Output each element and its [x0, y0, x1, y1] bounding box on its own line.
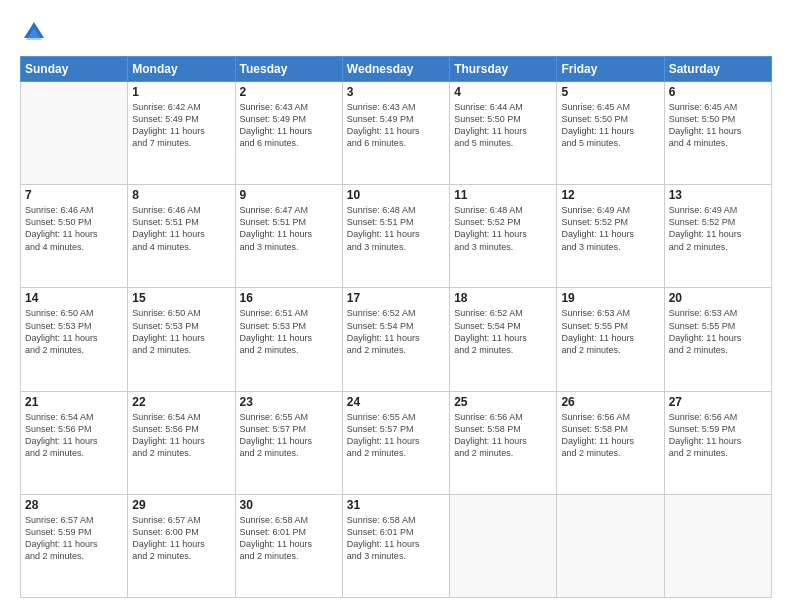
day-info: Sunrise: 6:45 AM Sunset: 5:50 PM Dayligh… [669, 101, 767, 150]
calendar-cell: 7Sunrise: 6:46 AM Sunset: 5:50 PM Daylig… [21, 185, 128, 288]
weekday-header-sunday: Sunday [21, 57, 128, 82]
calendar-week-2: 7Sunrise: 6:46 AM Sunset: 5:50 PM Daylig… [21, 185, 772, 288]
day-number: 5 [561, 85, 659, 99]
calendar-cell: 6Sunrise: 6:45 AM Sunset: 5:50 PM Daylig… [664, 82, 771, 185]
day-info: Sunrise: 6:49 AM Sunset: 5:52 PM Dayligh… [669, 204, 767, 253]
calendar-cell [21, 82, 128, 185]
day-info: Sunrise: 6:48 AM Sunset: 5:52 PM Dayligh… [454, 204, 552, 253]
day-number: 28 [25, 498, 123, 512]
day-info: Sunrise: 6:50 AM Sunset: 5:53 PM Dayligh… [132, 307, 230, 356]
calendar-cell: 2Sunrise: 6:43 AM Sunset: 5:49 PM Daylig… [235, 82, 342, 185]
weekday-header-wednesday: Wednesday [342, 57, 449, 82]
calendar-cell: 16Sunrise: 6:51 AM Sunset: 5:53 PM Dayli… [235, 288, 342, 391]
header [20, 18, 772, 46]
day-info: Sunrise: 6:46 AM Sunset: 5:51 PM Dayligh… [132, 204, 230, 253]
day-info: Sunrise: 6:46 AM Sunset: 5:50 PM Dayligh… [25, 204, 123, 253]
day-number: 3 [347, 85, 445, 99]
calendar-cell: 12Sunrise: 6:49 AM Sunset: 5:52 PM Dayli… [557, 185, 664, 288]
weekday-header-saturday: Saturday [664, 57, 771, 82]
calendar-cell: 13Sunrise: 6:49 AM Sunset: 5:52 PM Dayli… [664, 185, 771, 288]
calendar-cell: 18Sunrise: 6:52 AM Sunset: 5:54 PM Dayli… [450, 288, 557, 391]
day-info: Sunrise: 6:43 AM Sunset: 5:49 PM Dayligh… [347, 101, 445, 150]
day-info: Sunrise: 6:55 AM Sunset: 5:57 PM Dayligh… [240, 411, 338, 460]
day-number: 17 [347, 291, 445, 305]
day-info: Sunrise: 6:48 AM Sunset: 5:51 PM Dayligh… [347, 204, 445, 253]
day-info: Sunrise: 6:52 AM Sunset: 5:54 PM Dayligh… [347, 307, 445, 356]
weekday-header-row: SundayMondayTuesdayWednesdayThursdayFrid… [21, 57, 772, 82]
day-number: 30 [240, 498, 338, 512]
day-number: 11 [454, 188, 552, 202]
day-number: 13 [669, 188, 767, 202]
calendar-cell: 8Sunrise: 6:46 AM Sunset: 5:51 PM Daylig… [128, 185, 235, 288]
day-number: 9 [240, 188, 338, 202]
day-number: 19 [561, 291, 659, 305]
day-info: Sunrise: 6:54 AM Sunset: 5:56 PM Dayligh… [132, 411, 230, 460]
day-number: 2 [240, 85, 338, 99]
day-info: Sunrise: 6:47 AM Sunset: 5:51 PM Dayligh… [240, 204, 338, 253]
calendar-cell: 22Sunrise: 6:54 AM Sunset: 5:56 PM Dayli… [128, 391, 235, 494]
calendar-cell: 30Sunrise: 6:58 AM Sunset: 6:01 PM Dayli… [235, 494, 342, 597]
day-info: Sunrise: 6:51 AM Sunset: 5:53 PM Dayligh… [240, 307, 338, 356]
day-info: Sunrise: 6:58 AM Sunset: 6:01 PM Dayligh… [240, 514, 338, 563]
weekday-header-thursday: Thursday [450, 57, 557, 82]
day-number: 6 [669, 85, 767, 99]
page: SundayMondayTuesdayWednesdayThursdayFrid… [0, 0, 792, 612]
calendar-cell [664, 494, 771, 597]
calendar-cell: 26Sunrise: 6:56 AM Sunset: 5:58 PM Dayli… [557, 391, 664, 494]
weekday-header-monday: Monday [128, 57, 235, 82]
calendar-cell: 28Sunrise: 6:57 AM Sunset: 5:59 PM Dayli… [21, 494, 128, 597]
day-number: 15 [132, 291, 230, 305]
day-info: Sunrise: 6:56 AM Sunset: 5:58 PM Dayligh… [561, 411, 659, 460]
day-number: 25 [454, 395, 552, 409]
day-number: 23 [240, 395, 338, 409]
calendar-cell: 31Sunrise: 6:58 AM Sunset: 6:01 PM Dayli… [342, 494, 449, 597]
calendar-cell: 14Sunrise: 6:50 AM Sunset: 5:53 PM Dayli… [21, 288, 128, 391]
day-number: 8 [132, 188, 230, 202]
day-info: Sunrise: 6:53 AM Sunset: 5:55 PM Dayligh… [669, 307, 767, 356]
calendar-cell: 1Sunrise: 6:42 AM Sunset: 5:49 PM Daylig… [128, 82, 235, 185]
day-info: Sunrise: 6:44 AM Sunset: 5:50 PM Dayligh… [454, 101, 552, 150]
calendar-cell: 3Sunrise: 6:43 AM Sunset: 5:49 PM Daylig… [342, 82, 449, 185]
day-number: 16 [240, 291, 338, 305]
calendar-cell: 27Sunrise: 6:56 AM Sunset: 5:59 PM Dayli… [664, 391, 771, 494]
day-number: 1 [132, 85, 230, 99]
calendar-cell: 19Sunrise: 6:53 AM Sunset: 5:55 PM Dayli… [557, 288, 664, 391]
weekday-header-friday: Friday [557, 57, 664, 82]
logo-icon [20, 18, 48, 46]
day-info: Sunrise: 6:56 AM Sunset: 5:59 PM Dayligh… [669, 411, 767, 460]
day-info: Sunrise: 6:49 AM Sunset: 5:52 PM Dayligh… [561, 204, 659, 253]
day-number: 20 [669, 291, 767, 305]
day-number: 14 [25, 291, 123, 305]
calendar-cell: 23Sunrise: 6:55 AM Sunset: 5:57 PM Dayli… [235, 391, 342, 494]
calendar-cell: 29Sunrise: 6:57 AM Sunset: 6:00 PM Dayli… [128, 494, 235, 597]
calendar-cell: 11Sunrise: 6:48 AM Sunset: 5:52 PM Dayli… [450, 185, 557, 288]
calendar-cell: 9Sunrise: 6:47 AM Sunset: 5:51 PM Daylig… [235, 185, 342, 288]
day-number: 21 [25, 395, 123, 409]
calendar-cell [557, 494, 664, 597]
day-info: Sunrise: 6:52 AM Sunset: 5:54 PM Dayligh… [454, 307, 552, 356]
calendar-cell: 4Sunrise: 6:44 AM Sunset: 5:50 PM Daylig… [450, 82, 557, 185]
day-number: 26 [561, 395, 659, 409]
calendar-table: SundayMondayTuesdayWednesdayThursdayFrid… [20, 56, 772, 598]
weekday-header-tuesday: Tuesday [235, 57, 342, 82]
calendar-week-1: 1Sunrise: 6:42 AM Sunset: 5:49 PM Daylig… [21, 82, 772, 185]
day-number: 24 [347, 395, 445, 409]
calendar-week-4: 21Sunrise: 6:54 AM Sunset: 5:56 PM Dayli… [21, 391, 772, 494]
day-info: Sunrise: 6:55 AM Sunset: 5:57 PM Dayligh… [347, 411, 445, 460]
calendar-cell: 5Sunrise: 6:45 AM Sunset: 5:50 PM Daylig… [557, 82, 664, 185]
calendar-cell: 20Sunrise: 6:53 AM Sunset: 5:55 PM Dayli… [664, 288, 771, 391]
calendar-cell: 15Sunrise: 6:50 AM Sunset: 5:53 PM Dayli… [128, 288, 235, 391]
day-info: Sunrise: 6:50 AM Sunset: 5:53 PM Dayligh… [25, 307, 123, 356]
day-info: Sunrise: 6:56 AM Sunset: 5:58 PM Dayligh… [454, 411, 552, 460]
day-number: 27 [669, 395, 767, 409]
day-number: 29 [132, 498, 230, 512]
day-info: Sunrise: 6:45 AM Sunset: 5:50 PM Dayligh… [561, 101, 659, 150]
calendar-cell [450, 494, 557, 597]
day-info: Sunrise: 6:58 AM Sunset: 6:01 PM Dayligh… [347, 514, 445, 563]
day-info: Sunrise: 6:43 AM Sunset: 5:49 PM Dayligh… [240, 101, 338, 150]
day-info: Sunrise: 6:53 AM Sunset: 5:55 PM Dayligh… [561, 307, 659, 356]
calendar-cell: 10Sunrise: 6:48 AM Sunset: 5:51 PM Dayli… [342, 185, 449, 288]
calendar-week-3: 14Sunrise: 6:50 AM Sunset: 5:53 PM Dayli… [21, 288, 772, 391]
day-info: Sunrise: 6:54 AM Sunset: 5:56 PM Dayligh… [25, 411, 123, 460]
day-number: 18 [454, 291, 552, 305]
